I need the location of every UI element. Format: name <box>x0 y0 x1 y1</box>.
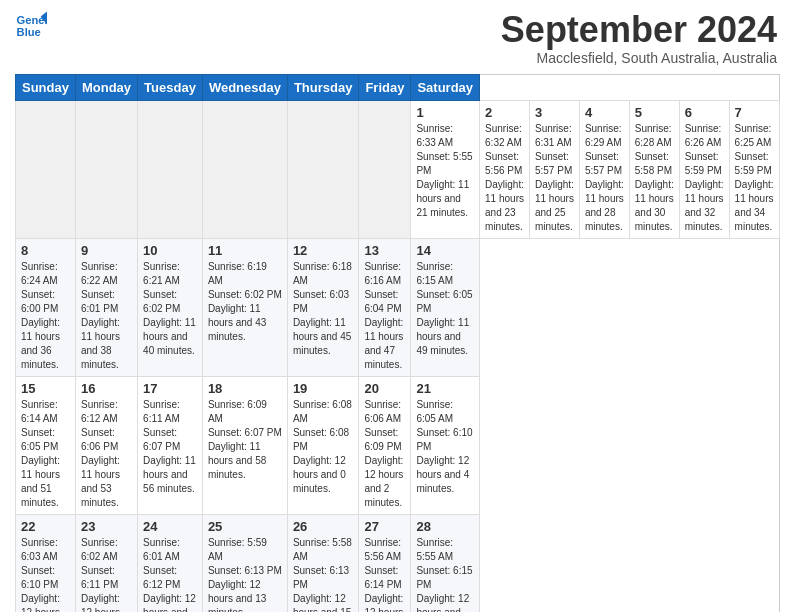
day-info: Sunrise: 6:24 AM Sunset: 6:00 PM Dayligh… <box>21 260 70 372</box>
calendar-week-row: 22Sunrise: 6:03 AM Sunset: 6:10 PM Dayli… <box>16 514 780 612</box>
day-number: 26 <box>293 519 354 534</box>
table-row <box>359 100 411 238</box>
day-info: Sunrise: 6:12 AM Sunset: 6:06 PM Dayligh… <box>81 398 132 510</box>
day-info: Sunrise: 6:25 AM Sunset: 5:59 PM Dayligh… <box>735 122 774 234</box>
day-info: Sunrise: 6:01 AM Sunset: 6:12 PM Dayligh… <box>143 536 197 612</box>
calendar-week-row: 1Sunrise: 6:33 AM Sunset: 5:55 PM Daylig… <box>16 100 780 238</box>
day-number: 24 <box>143 519 197 534</box>
table-row: 14Sunrise: 6:15 AM Sunset: 6:05 PM Dayli… <box>411 238 480 376</box>
day-info: Sunrise: 6:19 AM Sunset: 6:02 PM Dayligh… <box>208 260 282 344</box>
day-number: 9 <box>81 243 132 258</box>
day-number: 14 <box>416 243 474 258</box>
day-number: 12 <box>293 243 354 258</box>
table-row: 6Sunrise: 6:26 AM Sunset: 5:59 PM Daylig… <box>679 100 729 238</box>
day-info: Sunrise: 6:15 AM Sunset: 6:05 PM Dayligh… <box>416 260 474 358</box>
day-number: 15 <box>21 381 70 396</box>
table-row: 18Sunrise: 6:09 AM Sunset: 6:07 PM Dayli… <box>202 376 287 514</box>
page-header: General Blue September 2024 Macclesfield… <box>15 10 777 66</box>
table-row: 1Sunrise: 6:33 AM Sunset: 5:55 PM Daylig… <box>411 100 480 238</box>
logo-icon: General Blue <box>15 10 47 42</box>
table-row <box>202 100 287 238</box>
day-number: 27 <box>364 519 405 534</box>
day-info: Sunrise: 6:33 AM Sunset: 5:55 PM Dayligh… <box>416 122 474 220</box>
day-info: Sunrise: 5:55 AM Sunset: 6:15 PM Dayligh… <box>416 536 474 612</box>
day-info: Sunrise: 6:18 AM Sunset: 6:03 PM Dayligh… <box>293 260 354 358</box>
calendar-week-row: 15Sunrise: 6:14 AM Sunset: 6:05 PM Dayli… <box>16 376 780 514</box>
day-number: 13 <box>364 243 405 258</box>
table-row <box>75 100 137 238</box>
day-number: 10 <box>143 243 197 258</box>
header-wednesday: Wednesday <box>202 74 287 100</box>
day-info: Sunrise: 6:21 AM Sunset: 6:02 PM Dayligh… <box>143 260 197 358</box>
day-number: 2 <box>485 105 524 120</box>
day-info: Sunrise: 6:31 AM Sunset: 5:57 PM Dayligh… <box>535 122 574 234</box>
day-number: 3 <box>535 105 574 120</box>
table-row: 24Sunrise: 6:01 AM Sunset: 6:12 PM Dayli… <box>138 514 203 612</box>
table-row <box>138 100 203 238</box>
table-row: 8Sunrise: 6:24 AM Sunset: 6:00 PM Daylig… <box>16 238 76 376</box>
day-number: 1 <box>416 105 474 120</box>
day-number: 16 <box>81 381 132 396</box>
day-number: 17 <box>143 381 197 396</box>
table-row: 12Sunrise: 6:18 AM Sunset: 6:03 PM Dayli… <box>287 238 359 376</box>
day-info: Sunrise: 6:08 AM Sunset: 6:08 PM Dayligh… <box>293 398 354 496</box>
header-thursday: Thursday <box>287 74 359 100</box>
calendar-week-row: 8Sunrise: 6:24 AM Sunset: 6:00 PM Daylig… <box>16 238 780 376</box>
header-tuesday: Tuesday <box>138 74 203 100</box>
day-number: 28 <box>416 519 474 534</box>
table-row: 16Sunrise: 6:12 AM Sunset: 6:06 PM Dayli… <box>75 376 137 514</box>
header-saturday: Saturday <box>411 74 480 100</box>
day-info: Sunrise: 6:29 AM Sunset: 5:57 PM Dayligh… <box>585 122 624 234</box>
table-row: 7Sunrise: 6:25 AM Sunset: 5:59 PM Daylig… <box>729 100 779 238</box>
day-number: 11 <box>208 243 282 258</box>
month-title: September 2024 <box>501 10 777 50</box>
table-row: 20Sunrise: 6:06 AM Sunset: 6:09 PM Dayli… <box>359 376 411 514</box>
day-number: 7 <box>735 105 774 120</box>
table-row: 4Sunrise: 6:29 AM Sunset: 5:57 PM Daylig… <box>579 100 629 238</box>
table-row: 22Sunrise: 6:03 AM Sunset: 6:10 PM Dayli… <box>16 514 76 612</box>
day-number: 4 <box>585 105 624 120</box>
header-friday: Friday <box>359 74 411 100</box>
table-row: 3Sunrise: 6:31 AM Sunset: 5:57 PM Daylig… <box>529 100 579 238</box>
day-info: Sunrise: 6:05 AM Sunset: 6:10 PM Dayligh… <box>416 398 474 496</box>
title-block: September 2024 Macclesfield, South Austr… <box>501 10 777 66</box>
location: Macclesfield, South Australia, Australia <box>501 50 777 66</box>
table-row: 27Sunrise: 5:56 AM Sunset: 6:14 PM Dayli… <box>359 514 411 612</box>
logo: General Blue <box>15 10 47 42</box>
day-number: 5 <box>635 105 674 120</box>
table-row: 11Sunrise: 6:19 AM Sunset: 6:02 PM Dayli… <box>202 238 287 376</box>
table-row: 25Sunrise: 5:59 AM Sunset: 6:13 PM Dayli… <box>202 514 287 612</box>
table-row: 23Sunrise: 6:02 AM Sunset: 6:11 PM Dayli… <box>75 514 137 612</box>
day-info: Sunrise: 5:56 AM Sunset: 6:14 PM Dayligh… <box>364 536 405 612</box>
day-number: 21 <box>416 381 474 396</box>
svg-text:Blue: Blue <box>17 26 41 38</box>
day-info: Sunrise: 6:22 AM Sunset: 6:01 PM Dayligh… <box>81 260 132 372</box>
header-sunday: Sunday <box>16 74 76 100</box>
table-row: 10Sunrise: 6:21 AM Sunset: 6:02 PM Dayli… <box>138 238 203 376</box>
table-row: 9Sunrise: 6:22 AM Sunset: 6:01 PM Daylig… <box>75 238 137 376</box>
day-number: 20 <box>364 381 405 396</box>
day-info: Sunrise: 5:59 AM Sunset: 6:13 PM Dayligh… <box>208 536 282 612</box>
day-info: Sunrise: 6:06 AM Sunset: 6:09 PM Dayligh… <box>364 398 405 510</box>
header-monday: Monday <box>75 74 137 100</box>
day-info: Sunrise: 6:28 AM Sunset: 5:58 PM Dayligh… <box>635 122 674 234</box>
day-info: Sunrise: 6:09 AM Sunset: 6:07 PM Dayligh… <box>208 398 282 482</box>
day-info: Sunrise: 6:16 AM Sunset: 6:04 PM Dayligh… <box>364 260 405 372</box>
table-row: 21Sunrise: 6:05 AM Sunset: 6:10 PM Dayli… <box>411 376 480 514</box>
table-row <box>16 100 76 238</box>
table-row: 19Sunrise: 6:08 AM Sunset: 6:08 PM Dayli… <box>287 376 359 514</box>
calendar-header-row: Sunday Monday Tuesday Wednesday Thursday… <box>16 74 780 100</box>
day-number: 18 <box>208 381 282 396</box>
table-row: 26Sunrise: 5:58 AM Sunset: 6:13 PM Dayli… <box>287 514 359 612</box>
table-row <box>287 100 359 238</box>
table-row: 28Sunrise: 5:55 AM Sunset: 6:15 PM Dayli… <box>411 514 480 612</box>
day-number: 23 <box>81 519 132 534</box>
calendar-table: Sunday Monday Tuesday Wednesday Thursday… <box>15 74 780 612</box>
day-number: 25 <box>208 519 282 534</box>
table-row: 2Sunrise: 6:32 AM Sunset: 5:56 PM Daylig… <box>480 100 530 238</box>
day-info: Sunrise: 6:26 AM Sunset: 5:59 PM Dayligh… <box>685 122 724 234</box>
day-number: 22 <box>21 519 70 534</box>
day-info: Sunrise: 6:02 AM Sunset: 6:11 PM Dayligh… <box>81 536 132 612</box>
table-row: 17Sunrise: 6:11 AM Sunset: 6:07 PM Dayli… <box>138 376 203 514</box>
day-number: 6 <box>685 105 724 120</box>
